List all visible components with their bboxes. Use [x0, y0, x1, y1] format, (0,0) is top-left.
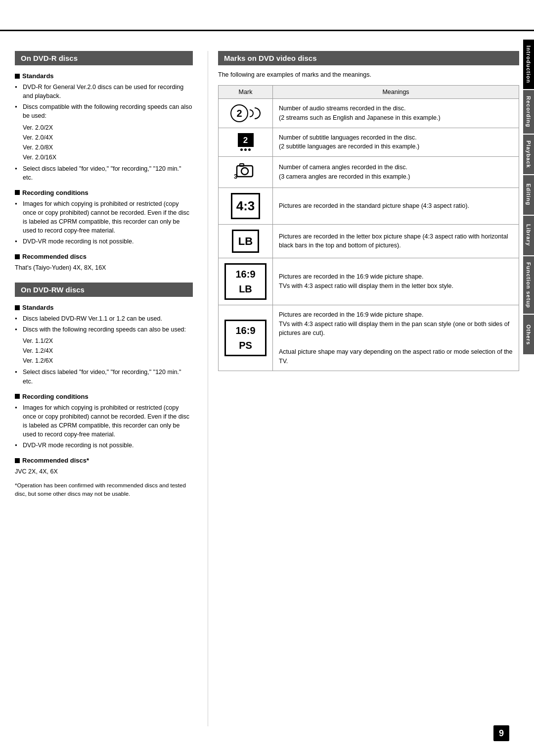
ratio-169ps-icon: 16:9 PS — [224, 320, 267, 356]
tab-playback[interactable]: Playback — [523, 135, 534, 174]
audio-waves — [250, 107, 261, 119]
dvdrw-standards-list: Discs labeled DVD-RW Ver.1.1 or 1.2 can … — [15, 314, 193, 334]
audio-number: 2 — [230, 104, 248, 122]
dvdrw-footnote: *Operation has been confirmed with recom… — [15, 481, 193, 499]
tab-library[interactable]: Library — [523, 216, 534, 255]
mark-cell-43: 4:3 — [219, 188, 273, 224]
table-row: 16:9 LB Pictures are recorded in the 16:… — [219, 258, 519, 305]
dvdr-section: On DVD-R discs Standards DVD-R for Gener… — [15, 51, 193, 273]
svg-rect-2 — [240, 164, 244, 166]
list-item: Images for which copying is prohibited o… — [15, 199, 193, 236]
col-mark: Mark — [219, 86, 273, 99]
dot-icon — [244, 148, 247, 151]
list-item: Discs with the following recording speed… — [15, 325, 193, 334]
meaning-cell-camera: Number of camera angles recorded in the … — [273, 157, 519, 188]
mark-cell-subtitle: 2 — [219, 128, 273, 157]
table-row: 2 Number of audio streams recorded in th… — [219, 99, 519, 128]
mark-cell-camera: 3 — [219, 157, 273, 188]
dvdrw-speeds: Ver. 1.1/2XVer. 1.2/4XVer. 1.2/6X — [15, 336, 193, 366]
list-item: Select discs labeled "for video," "for r… — [15, 368, 193, 385]
col-meanings: Meanings — [273, 86, 519, 99]
table-row: LB Pictures are recorded in the letter b… — [219, 224, 519, 258]
dot-icon — [248, 148, 251, 151]
dvdrw-recording-header: Recording conditions — [15, 393, 193, 400]
marks-table: Mark Meanings 2 — [218, 85, 519, 371]
dvdrw-standards-header: Standards — [15, 304, 193, 311]
list-item: DVD-R for General Ver.2.0 discs can be u… — [15, 83, 193, 100]
subtitle-mark-icon: 2 — [238, 133, 254, 151]
right-tab-bar: Introduction Recording Playback Editing … — [523, 40, 534, 354]
ratio-169lb-icon: 16:9 LB — [224, 263, 267, 300]
table-row: 16:9 PS Pictures are recorded in the 16:… — [219, 305, 519, 371]
list-item: Select discs labeled "for video," "for r… — [15, 164, 193, 182]
wave-large-icon — [255, 107, 261, 119]
page-container: On DVD-R discs Standards DVD-R for Gener… — [0, 0, 534, 756]
list-item: Images for which copying is prohibited o… — [15, 403, 193, 439]
dvdr-standards-list2: Select discs labeled "for video," "for r… — [15, 164, 193, 182]
meaning-cell-audio: Number of audio streams recorded in the … — [273, 99, 519, 128]
dvdr-title: On DVD-R discs — [15, 51, 193, 65]
dvdrw-recommended-header: Recommended discs* — [15, 457, 193, 464]
svg-text:3: 3 — [234, 173, 237, 180]
mark-cell-audio: 2 — [219, 99, 273, 128]
list-item: Discs compatible with the following reco… — [15, 102, 193, 120]
list-item: DVD-VR mode recording is not possible. — [15, 237, 193, 246]
dvdrw-standards-list2: Select discs labeled "for video," "for r… — [15, 368, 193, 385]
tab-function-setup[interactable]: Function setup — [523, 256, 534, 314]
dvdrw-title: On DVD-RW discs — [15, 283, 193, 297]
tab-introduction[interactable]: Introduction — [523, 40, 534, 89]
table-row: 3 Number of camera angles recorded in th… — [219, 157, 519, 188]
dot-icon — [240, 148, 243, 151]
marks-intro: The following are examples of marks and … — [218, 71, 519, 78]
marks-title: Marks on DVD video discs — [218, 51, 519, 65]
dvdr-standards-list: DVD-R for General Ver.2.0 discs can be u… — [15, 83, 193, 121]
main-content: On DVD-R discs Standards DVD-R for Gener… — [0, 51, 534, 726]
list-item: Discs labeled DVD-RW Ver.1.1 or 1.2 can … — [15, 314, 193, 323]
tab-others[interactable]: Others — [523, 315, 534, 354]
tab-recording[interactable]: Recording — [523, 90, 534, 133]
left-column: On DVD-R discs Standards DVD-R for Gener… — [15, 51, 208, 726]
dvdrw-recommended-text: JVC 2X, 4X, 6X — [15, 467, 193, 476]
dvdrw-section: On DVD-RW discs Standards Discs labeled … — [15, 283, 193, 498]
svg-point-1 — [241, 168, 248, 175]
table-row: 2 Number of subtitle languages recorded … — [219, 128, 519, 157]
mark-cell-lb: LB — [219, 224, 273, 258]
subtitle-number: 2 — [238, 133, 254, 147]
meaning-cell-43: Pictures are recorded in the standard pi… — [273, 188, 519, 224]
table-row: 4:3 Pictures are recorded in the standar… — [219, 188, 519, 224]
dvdrw-recording-list: Images for which copying is prohibited o… — [15, 403, 193, 450]
meaning-cell-169ps: Pictures are recorded in the 16:9 wide p… — [273, 305, 519, 371]
top-rule — [0, 30, 534, 31]
mark-cell-169ps: 16:9 PS — [219, 305, 273, 371]
meaning-cell-169lb: Pictures are recorded in the 16:9 wide p… — [273, 258, 519, 305]
dvdr-recording-header: Recording conditions — [15, 189, 193, 196]
lb-icon: LB — [232, 230, 259, 253]
page-number: 9 — [493, 725, 509, 741]
dvdr-recommended-text: That's (Taiyo-Yuden) 4X, 8X, 16X — [15, 263, 193, 273]
meaning-cell-lb: Pictures are recorded in the letter box … — [273, 224, 519, 258]
right-column: Marks on DVD video discs The following a… — [208, 51, 519, 726]
dvdr-speeds: Ver. 2.0/2XVer. 2.0/4XVer. 2.0/8XVer. 2.… — [15, 123, 193, 162]
subtitle-dots-icon — [240, 148, 251, 151]
list-item: DVD-VR mode recording is not possible. — [15, 441, 193, 450]
camera-svg-icon: 3 — [233, 162, 259, 180]
meaning-cell-subtitle: Number of subtitle languages recorded in… — [273, 128, 519, 157]
wave-small-icon — [250, 109, 254, 117]
dvdr-recording-list: Images for which copying is prohibited o… — [15, 199, 193, 246]
ratio-43-icon: 4:3 — [231, 193, 261, 219]
mark-cell-169lb: 16:9 LB — [219, 258, 273, 305]
tab-editing[interactable]: Editing — [523, 175, 534, 215]
audio-mark-icon: 2 — [230, 104, 261, 122]
camera-mark-icon: 3 — [233, 162, 259, 180]
dvdr-recommended-header: Recommended discs — [15, 253, 193, 260]
dvdr-standards-header: Standards — [15, 72, 193, 80]
